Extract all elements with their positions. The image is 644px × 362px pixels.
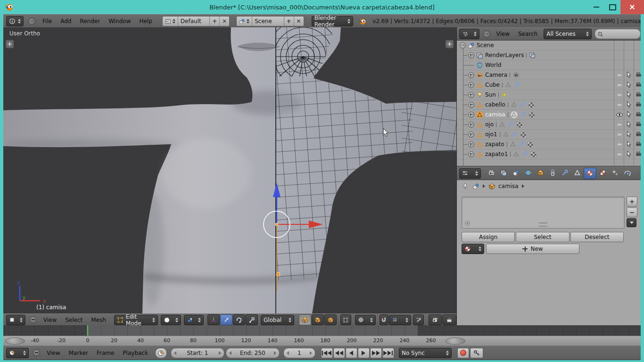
item-label[interactable]: zapato1 [485,151,508,157]
tab-object[interactable] [535,168,546,178]
outliner-item-ojo[interactable]: ojo [457,120,641,130]
outliner-item-cube[interactable]: Cube [457,80,641,90]
expand-icon[interactable] [468,52,474,58]
jump-to-end-button[interactable] [382,348,394,358]
expand-icon[interactable] [468,102,474,108]
mesh-data-icon[interactable] [503,131,509,138]
minimize-button[interactable] [588,0,604,14]
render-toggle[interactable] [635,91,642,98]
modifier-wrench-icon[interactable] [520,111,526,118]
outliner-item-world[interactable]: World [457,60,641,70]
new-material-button[interactable]: New [486,244,579,254]
render-toggle[interactable] [635,140,642,148]
viewport-canvas[interactable]: z y x User Ortho (1) camisa [3,27,456,314]
expand-icon[interactable] [468,92,474,98]
browse-material-button[interactable] [462,244,484,254]
selectable-toggle[interactable] [626,111,633,118]
menu-add[interactable]: Add [56,18,75,25]
slot-add-icon[interactable] [464,220,471,226]
modifier-wrench-icon[interactable] [519,101,526,108]
modifier-wrench-icon[interactable] [521,151,528,157]
scene-selector[interactable]: Scene + ✕ [236,16,304,26]
selectable-toggle[interactable] [626,101,633,108]
menu-view[interactable]: View [39,317,61,323]
selectable-toggle[interactable] [626,71,633,78]
expand-icon[interactable] [468,112,474,118]
timeline-collapse-menus[interactable] [33,349,40,356]
face-select-button[interactable] [324,314,337,325]
record-autokey-button[interactable] [457,348,469,358]
modifier-wrench-icon[interactable] [513,82,520,88]
timeline-menu-playback[interactable]: Playback [118,350,152,356]
opengl-render-image-button[interactable] [429,314,442,325]
outliner-item-zapato[interactable]: zapato [457,140,641,149]
vertex-groups-icon[interactable] [527,141,533,148]
edge-select-button[interactable] [312,314,324,325]
material-specials-button[interactable] [627,218,636,227]
item-label[interactable]: World [485,62,501,68]
outliner-item-zapato1[interactable]: zapato1 [457,149,641,159]
use-preview-range-button[interactable] [155,348,167,358]
camera-data-icon[interactable] [513,72,519,78]
collapse-icon[interactable] [460,42,466,49]
viewport-shading-selector[interactable] [161,315,181,325]
screen-layout-selector[interactable]: Default + ✕ [162,16,230,26]
snap-element-selector[interactable] [389,315,411,325]
menu-render[interactable]: Render [75,18,104,25]
vertex-select-button[interactable] [299,314,311,325]
scene-crumb-icon[interactable] [472,183,479,190]
modifier-wrench-icon[interactable] [507,121,514,128]
menu-select[interactable]: Select [61,317,87,323]
hide-toggle[interactable] [616,81,623,89]
timeline-track-area[interactable] [3,325,641,336]
resize-handle[interactable] [539,222,547,227]
scrollbar-handle-left[interactable] [5,337,25,345]
current-frame-field[interactable]: 1 [283,348,315,358]
tab-modifiers[interactable] [559,168,571,178]
snap-target-button[interactable] [413,314,424,325]
opengl-render-anim-button[interactable] [442,314,456,325]
delete-layout-button[interactable]: ✕ [220,16,229,26]
menu-help[interactable]: Help [135,18,156,25]
tab-world[interactable] [522,168,534,178]
outliner-item-camera[interactable]: Camera [457,70,641,80]
item-label[interactable]: Sun [485,91,496,98]
render-toggle[interactable] [635,111,642,118]
hide-toggle[interactable] [616,150,623,158]
outliner-item-cabello[interactable]: cabello [457,100,641,110]
outliner-display-filter[interactable]: All Scenes [544,29,592,39]
hide-toggle[interactable] [616,101,623,108]
selectable-toggle[interactable] [626,121,633,128]
tab-physics[interactable] [621,168,633,178]
tab-particles[interactable] [609,168,621,178]
properties-shelf-expand-button[interactable] [446,40,454,48]
tab-texture[interactable] [597,168,609,178]
mesh-data-icon[interactable] [505,82,512,88]
pivot-point-selector[interactable] [184,315,204,325]
selectable-toggle[interactable] [626,81,633,88]
expand-icon[interactable] [468,72,474,78]
tab-constraints[interactable] [547,168,559,178]
item-label[interactable]: Camera [485,72,507,78]
hide-toggle[interactable] [616,140,623,148]
tab-render-layers[interactable] [498,168,510,178]
menu-mesh[interactable]: Mesh [87,317,110,323]
outliner-item-sun[interactable]: Sun [457,90,641,100]
hide-toggle[interactable] [616,71,623,79]
hide-toggle[interactable] [616,121,623,128]
item-label[interactable]: ojo [485,121,494,128]
scene-browse-button[interactable] [237,16,252,26]
hide-toggle[interactable] [616,131,623,138]
tab-object-data[interactable] [571,168,583,178]
selectable-toggle[interactable] [626,131,633,138]
item-label[interactable]: camisa [485,111,505,118]
render-engine-selector[interactable]: Blender Render [312,16,354,26]
item-label[interactable]: Cube [485,82,500,88]
render-toggle[interactable] [635,71,642,78]
view3d-editor-selector[interactable] [6,315,25,325]
selectable-toggle[interactable] [626,140,633,148]
next-keyframe-button[interactable] [370,348,382,358]
render-toggle[interactable] [635,81,642,88]
outliner-collapse-menus[interactable] [483,31,490,38]
collapse-menus-button[interactable] [28,18,35,25]
